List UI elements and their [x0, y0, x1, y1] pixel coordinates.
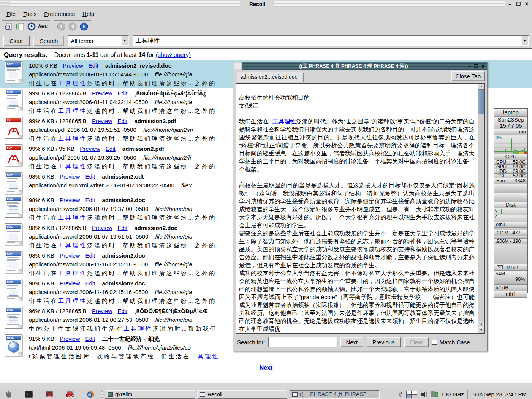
scrollbar-thumb[interactable] [478, 90, 484, 114]
volume-meter: 52 dB [494, 285, 527, 291]
preview-link[interactable]: Preview [63, 62, 83, 69]
result-url: file:///home/qia [155, 317, 193, 323]
next-page-link[interactable]: Next [260, 364, 273, 371]
window-menu-button[interactable] [1, 1, 9, 7]
typewriter-icon[interactable] [65, 390, 74, 399]
titlebar-stripes[interactable]: Recoll [10, 1, 505, 7]
scroll-down-icon[interactable]: ▼ [478, 327, 484, 333]
edit-link[interactable]: Edit [117, 308, 127, 314]
preview-titlebar-stripes[interactable]: ((工 PHRASE 4 具 PHRASE 4 理 PHRASE 4 性)) [242, 62, 466, 70]
term-explorer-icon[interactable]: ÅBĈ [38, 21, 48, 32]
fan-value: 3348 [515, 178, 526, 184]
sort-parameters-icon[interactable] [15, 21, 25, 32]
prev-page-icon[interactable] [67, 21, 78, 32]
edit-link[interactable]: Edit [117, 90, 127, 97]
fan-chart-bottom [494, 193, 527, 202]
document-history-icon[interactable] [26, 21, 37, 32]
preview-link[interactable]: Preview [92, 118, 112, 124]
lock-screen-icon[interactable] [45, 390, 54, 399]
edit-link[interactable]: Edit [85, 336, 95, 342]
find-clear-button[interactable]: Clear [404, 337, 429, 347]
filetype-icon: PDF [3, 144, 24, 171]
eth-section-label: eth1 [494, 222, 527, 228]
disk-section-label: Disk [494, 202, 527, 208]
edit-link[interactable]: Edit [85, 173, 95, 180]
gnome-foot-icon[interactable] [4, 390, 13, 399]
preview-link[interactable]: Preview [92, 225, 112, 231]
result-mime-date: application/msword 2006-01-07 19:51:51 -… [29, 233, 148, 240]
scroll-up2-icon[interactable]: ▲ [478, 321, 484, 327]
firefox-icon[interactable] [86, 390, 95, 399]
envelope-icon [497, 265, 503, 269]
result-snippet: 们 生 活 在 工 具 理 性 泛 滥 的 时 ... 帮 助 我 们 理 清 … [29, 296, 215, 305]
search-mode-combo[interactable]: All terms ▼ [68, 35, 129, 46]
workspace-pager-icon[interactable] [406, 391, 418, 398]
preview-search-input[interactable] [268, 337, 337, 347]
clear-button[interactable]: Clear [3, 36, 30, 46]
result-meta: 98% 6 KB [29, 252, 54, 259]
preview-link[interactable]: Preview [60, 252, 80, 259]
edit-link[interactable]: Edit [117, 225, 127, 231]
edit-link[interactable]: Edit [85, 252, 95, 259]
volume-icon[interactable] [421, 391, 428, 398]
close-icon[interactable]: ✕ [524, 1, 530, 7]
task-button-preview[interactable]: ((工 PHRASE 4 具 PHRASE ... [290, 390, 380, 399]
query-input[interactable] [133, 37, 521, 44]
preview-link[interactable]: Preview [92, 90, 112, 97]
preview-link[interactable]: Preview [60, 173, 80, 180]
preview-link[interactable]: Preview [80, 146, 100, 152]
preview-link[interactable]: Preview [60, 280, 80, 287]
terminal-icon[interactable]: >_ [24, 390, 33, 399]
chevron-down-icon[interactable]: ▼ [121, 36, 128, 45]
edit-link[interactable]: Edit [89, 62, 98, 69]
power-plug-icon[interactable] [397, 391, 403, 398]
preview-window: ((工 PHRASE 4 具 PHRASE 4 理 PHRASE 4 性)) –… [233, 62, 488, 352]
maximize-icon[interactable]: ❐ [515, 1, 521, 7]
toolbar-group-left: ÅBĈ [2, 20, 50, 33]
preview-link[interactable]: Preview [60, 336, 80, 342]
match-case-checkbox[interactable] [432, 340, 437, 345]
edit-link[interactable]: Edit [85, 280, 95, 287]
find-previous-button[interactable]: Previous [367, 337, 400, 347]
preview-window-menu-button[interactable] [234, 63, 241, 69]
minimize-icon[interactable]: – [507, 1, 513, 7]
preview-close-icon[interactable]: ✘ [481, 63, 486, 69]
temp-label: HDD [496, 169, 507, 173]
menu-help[interactable]: Help [79, 10, 98, 18]
preview-scrollbar[interactable]: ▲ ▲ ▼ [478, 84, 484, 333]
close-tab-button[interactable]: Close Tab [451, 71, 485, 81]
result-mime-date: application/msword 2006-01-11 04:32:14 -… [29, 99, 148, 105]
show-query-link[interactable]: (show query) [156, 52, 191, 58]
result-meta: 96% 8 KB / 1228865 B [29, 308, 87, 314]
edit-link[interactable]: Edit [117, 118, 127, 124]
menu-file[interactable]: File [3, 10, 19, 18]
task-button-gkrellm[interactable]: gkrellm [105, 390, 195, 399]
memory-used: 54M [494, 271, 527, 277]
preview-minimize-icon[interactable]: – [467, 63, 472, 69]
query-history-chevron-icon[interactable]: ▼ [521, 36, 528, 45]
edit-link[interactable]: Edit [85, 197, 95, 203]
find-next-button[interactable]: Next [340, 337, 363, 347]
preview-link[interactable]: Preview [60, 197, 80, 203]
cpufreq-icon[interactable] [431, 391, 438, 398]
menu-tools[interactable]: Tools [20, 10, 40, 18]
gkrellm-task-icon [108, 392, 113, 397]
taskbar-separator[interactable] [101, 391, 103, 398]
preview-link[interactable]: Preview [92, 308, 112, 314]
preview-tab[interactable]: admission2...evised.doc [237, 72, 302, 82]
menu-preferences[interactable]: Preferences [41, 10, 78, 18]
gkrellm-scroll-text: mo [494, 129, 527, 135]
result-meta: 100% 6 KB [29, 62, 57, 69]
next-page-icon[interactable] [79, 21, 89, 32]
first-page-icon[interactable] [56, 21, 66, 32]
edit-link[interactable]: Edit [106, 146, 116, 152]
result-title: admission2.doc [102, 252, 145, 259]
search-button[interactable]: Search [33, 36, 65, 46]
scroll-up-icon[interactable]: ▲ [478, 84, 484, 90]
preview-maximize-icon[interactable]: ❒ [474, 63, 479, 69]
preview-window-title: ((工 PHRASE 4 具 PHRASE 4 理 PHRASE 4 性)) [299, 63, 408, 70]
window-controls: – ❐ ✕ [505, 0, 532, 8]
task-button-recoll[interactable]: Recoll [197, 390, 287, 399]
result-title: admission2.doc [102, 280, 145, 287]
advanced-search-icon[interactable] [3, 21, 14, 32]
